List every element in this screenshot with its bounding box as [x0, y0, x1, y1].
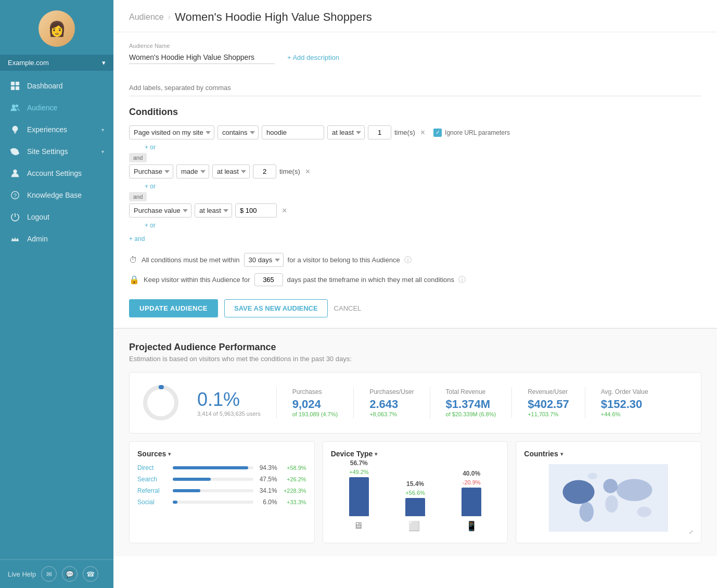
- condition-3-value[interactable]: [235, 203, 277, 218]
- metric-total-revenue: Total Revenue $1.374M of $20.339M (6.8%): [446, 388, 496, 417]
- device-card: Device Type ▾ 56.7% +49.2% 15.4% +56.6%: [323, 441, 508, 543]
- condition-2-count-op[interactable]: at least: [212, 164, 250, 178]
- sidebar-item-dashboard[interactable]: Dashboard: [0, 75, 113, 97]
- source-social-label[interactable]: Social: [137, 498, 169, 506]
- condition-2-count[interactable]: [253, 164, 276, 178]
- condition-1-times: time(s): [394, 129, 415, 136]
- condition-1-type[interactable]: Page visited on my site: [129, 125, 214, 139]
- email-help-icon[interactable]: ✉: [41, 566, 57, 582]
- condition-row-3: Purchase value at least ×: [129, 203, 701, 218]
- sidebar-item-knowledge-base[interactable]: ? Knowledge Base: [0, 184, 113, 206]
- source-direct-bar-bg: [173, 466, 253, 469]
- condition-2-type[interactable]: Purchase: [129, 164, 173, 178]
- countries-title-label: Countries: [524, 450, 558, 458]
- source-referral-label[interactable]: Referral: [137, 487, 169, 494]
- performance-bottom-cards: Sources ▾ Direct 94.3% +58.9% Search: [129, 441, 701, 543]
- source-referral-bar: [173, 489, 200, 492]
- device-tablet-col: 15.4% +56.6%: [405, 480, 425, 516]
- condition-1-count-op[interactable]: at least: [327, 125, 365, 139]
- source-direct-label[interactable]: Direct: [137, 464, 169, 471]
- breadcrumb-separator: ›: [168, 12, 171, 22]
- metric-pu-sub: +8,063.7%: [369, 411, 414, 417]
- condition-1-count[interactable]: [368, 125, 391, 139]
- live-help-label: Live Help: [8, 570, 36, 578]
- source-row-search: Search 47.5% +26.2%: [137, 476, 306, 483]
- metric-purchases-value: 9,024: [292, 398, 338, 411]
- sidebar-item-experiences[interactable]: Experiences ▾: [0, 119, 113, 140]
- sources-card: Sources ▾ Direct 94.3% +58.9% Search: [129, 441, 315, 543]
- ignore-url-checkbox[interactable]: [433, 129, 442, 137]
- metric-ao-sub: +44.6%: [601, 411, 648, 417]
- lightbulb-icon: [9, 125, 21, 134]
- device-desktop-bar: [349, 477, 369, 516]
- source-search-label[interactable]: Search: [137, 476, 169, 483]
- condition-3-type[interactable]: Purchase value: [129, 203, 191, 218]
- add-and-link[interactable]: + and: [129, 235, 145, 242]
- svg-rect-6: [14, 132, 17, 133]
- performance-percent: 0.1%: [197, 389, 261, 411]
- sidebar-item-site-settings[interactable]: Site Settings ▾: [0, 140, 113, 162]
- or-link-3[interactable]: + or: [145, 222, 701, 229]
- metric-ao-value: $152.30: [601, 398, 648, 411]
- or-link-2[interactable]: + or: [145, 183, 701, 190]
- sidebar-item-admin-label: Admin: [27, 235, 48, 243]
- keep-info-icon[interactable]: ⓘ: [458, 275, 466, 285]
- sources-rows: Direct 94.3% +58.9% Search 47.5% +26: [137, 464, 306, 506]
- source-direct-bar: [173, 466, 248, 469]
- countries-chevron-icon[interactable]: ▾: [560, 451, 563, 457]
- sidebar-item-admin[interactable]: Admin: [0, 228, 113, 250]
- audience-name-input[interactable]: [129, 51, 275, 64]
- metric-ru-value: $402.57: [528, 398, 569, 411]
- condition-1-operator[interactable]: contains: [217, 125, 259, 139]
- desktop-icon: 🖥: [353, 520, 363, 532]
- metric-tr-sub: of $20.339M (6.8%): [446, 411, 496, 417]
- update-audience-button[interactable]: UPDATE AUDIENCE: [129, 299, 218, 317]
- sidebar-item-audience[interactable]: Audience: [0, 97, 113, 119]
- device-desktop-change: +49.2%: [349, 469, 369, 475]
- keep-days-input[interactable]: [254, 273, 283, 286]
- device-chevron-icon[interactable]: ▾: [375, 451, 377, 457]
- breadcrumb-audience[interactable]: Audience: [129, 12, 164, 22]
- device-chart: 56.7% +49.2% 15.4% +56.6% 40.0% -20.9%: [331, 464, 500, 516]
- condition-1-value[interactable]: [262, 125, 324, 139]
- sources-chevron-icon[interactable]: ▾: [168, 451, 171, 457]
- labels-input[interactable]: [129, 80, 701, 96]
- add-description-link[interactable]: + Add description: [287, 54, 339, 61]
- mobile-icon: 📱: [466, 520, 477, 532]
- condition-1-remove[interactable]: ×: [420, 128, 425, 137]
- condition-2-remove[interactable]: ×: [305, 167, 310, 176]
- condition-3-operator[interactable]: at least: [195, 203, 232, 218]
- condition-2-operator[interactable]: made: [176, 164, 209, 178]
- sidebar-item-account-settings-label: Account Settings: [27, 169, 82, 177]
- cancel-button[interactable]: CANCEL: [334, 304, 362, 312]
- within-days-select[interactable]: 30 days: [244, 253, 284, 267]
- keep-row: 🔒 Keep visitor within this Audience for …: [129, 273, 701, 286]
- and-badge-2: and: [129, 192, 147, 201]
- audience-name-section: Audience Name + Add description: [129, 43, 701, 64]
- source-social-pct: 6.0%: [258, 498, 277, 506]
- condition-3-remove[interactable]: ×: [282, 206, 287, 215]
- chat-help-icon[interactable]: 💬: [62, 566, 78, 582]
- device-tablet-change: +56.6%: [405, 490, 425, 496]
- belonging-info-icon[interactable]: ⓘ: [404, 255, 412, 265]
- svg-point-19: [637, 507, 652, 517]
- source-referral-change: +228.3%: [281, 488, 306, 494]
- svg-point-5: [16, 105, 18, 107]
- sidebar-item-logout-label: Logout: [27, 213, 49, 221]
- phone-help-icon[interactable]: ☎: [83, 566, 98, 582]
- svg-point-14: [563, 480, 595, 504]
- sidebar-item-account-settings[interactable]: Account Settings: [0, 162, 113, 184]
- svg-rect-1: [16, 82, 19, 85]
- device-tablet-bar: [405, 498, 425, 516]
- sidebar-item-logout[interactable]: Logout: [0, 206, 113, 228]
- within-label: All conditions must be met within: [142, 256, 240, 264]
- site-settings-chevron-icon: ▾: [101, 149, 104, 155]
- site-selector[interactable]: Example.com ▾: [0, 55, 113, 71]
- source-search-change: +26.2%: [281, 476, 306, 482]
- save-new-audience-button[interactable]: SAVE AS NEW AUDIENCE: [224, 299, 328, 317]
- clock-icon: ⏱: [129, 255, 137, 265]
- source-row-referral: Referral 34.1% +228.3%: [137, 487, 306, 494]
- experiences-chevron-icon: ▾: [101, 127, 104, 133]
- sources-card-title: Sources ▾: [137, 450, 306, 458]
- or-link-1[interactable]: + or: [145, 144, 701, 151]
